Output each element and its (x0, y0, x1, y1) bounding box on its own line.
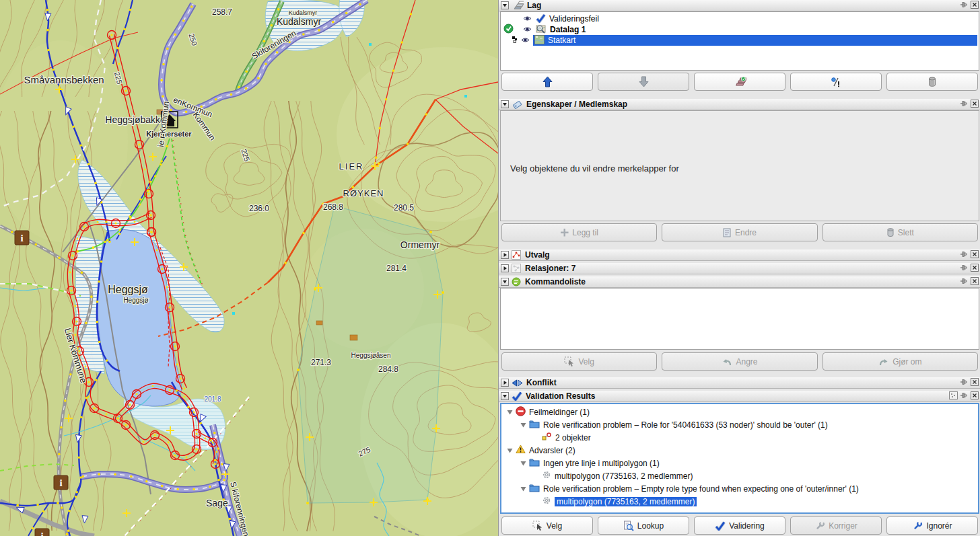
properties-panel-title: Egenskaper / Medlemskap (526, 100, 627, 109)
info-icon-1[interactable]: i (15, 231, 29, 245)
building-small-2 (350, 335, 357, 340)
map-canvas[interactable]: i i i Småvannsbekken Heggsjøbakk Kjenner… (0, 0, 498, 536)
info-icon-3[interactable]: i (35, 529, 49, 536)
expand-button[interactable] (501, 379, 509, 387)
label-elev-258: 258.7 (212, 7, 232, 17)
label-kudalsmyr-small: Kudalsmyr (289, 9, 318, 16)
close-icon[interactable] (971, 390, 979, 402)
label-elev-201: 201.8 (204, 395, 221, 403)
close-icon[interactable] (971, 262, 979, 274)
ignore-button[interactable]: Ignorér (886, 516, 978, 535)
fix-button[interactable]: Korriger (790, 516, 882, 535)
label-elev-281: 281.4 (386, 264, 407, 273)
collapse-button[interactable] (501, 392, 509, 400)
expand-button[interactable] (501, 251, 509, 259)
layers-icon (512, 1, 524, 10)
close-icon[interactable] (971, 377, 979, 389)
layer-row-statkart[interactable]: Statkart (501, 35, 979, 46)
validation-error-item[interactable]: 2 objekter (501, 431, 978, 444)
label-sage: Sage (206, 498, 228, 508)
close-icon[interactable] (971, 249, 979, 261)
delete-tag-button[interactable]: Slett (823, 223, 978, 241)
collapse-button[interactable] (501, 1, 509, 9)
relations-icon (512, 264, 522, 273)
pin-icon[interactable] (960, 249, 969, 261)
pin-icon[interactable] (960, 98, 969, 110)
properties-empty-area: Velg objektene du vil endre merkelapper … (500, 110, 979, 221)
label-elev-271: 271.3 (311, 358, 331, 367)
folder-icon (529, 420, 540, 430)
conflict-panel-header: Konflikt (499, 377, 980, 389)
delete-layer-button[interactable] (886, 73, 978, 91)
validation-warning-item-1[interactable]: multipolygon (7735163, 2 medlemmer) (501, 469, 978, 482)
validate-button[interactable]: Validering (694, 516, 785, 535)
error-icon (516, 406, 526, 418)
layer-row-datalag[interactable]: Datalag 1 (501, 24, 979, 35)
merge-layer-button[interactable] (694, 73, 785, 91)
label-elev-280: 280.5 (394, 203, 414, 213)
layers-list: Valideringsfeil Datalag 1 Statkart (500, 11, 979, 71)
validation-error-group[interactable]: Role verification problem – Role for '54… (501, 418, 978, 431)
close-icon[interactable] (971, 0, 979, 11)
svg-text:i: i (20, 233, 23, 243)
tag-icon (512, 100, 523, 110)
conflict-panel-title: Konflikt (526, 378, 557, 387)
eye-icon[interactable] (523, 14, 532, 24)
edit-tag-button[interactable]: Endre (662, 223, 817, 241)
label-smavannsbekken: Småvannsbekken (24, 74, 104, 85)
folder-icon (529, 458, 540, 469)
validation-tree[interactable]: Feilmeldinger (1) Role verification prob… (500, 403, 979, 514)
filter-icon[interactable] (949, 390, 958, 402)
info-icon-2[interactable]: i (54, 475, 68, 490)
relations-panel-header: Relasjoner: 7 (499, 263, 980, 274)
command-list[interactable] (500, 288, 979, 350)
move-layer-down-button[interactable] (598, 73, 689, 91)
validation-warning-item-2[interactable]: multipolygon (7735163, 2 medlemmer) (501, 495, 978, 508)
close-icon[interactable] (971, 98, 979, 110)
validation-warning-group-1[interactable]: Ingen ytre linje i multipolygon (1) (501, 457, 978, 469)
commands-toolbar: Velg Angre Gjør om (499, 352, 980, 371)
label-royken: RØYKEN (343, 188, 384, 198)
opacity-button[interactable] (790, 73, 882, 91)
wms-layer-icon (534, 35, 545, 46)
relation-objects-icon (542, 432, 552, 443)
add-tag-button[interactable]: Legg til (501, 223, 657, 241)
pin-icon[interactable] (960, 0, 969, 11)
gear-icon (542, 496, 551, 507)
spring-symbol-2 (464, 95, 467, 98)
collapse-button[interactable] (501, 278, 509, 286)
label-ormemyr: Ormemyr (400, 239, 440, 250)
validation-toolbar: Velg Lookup Validering Korriger Ignorér (499, 516, 980, 535)
select-command-button[interactable]: Velg (501, 352, 657, 371)
selection-icon (512, 250, 522, 260)
eye-icon[interactable] (523, 25, 532, 34)
selection-panel-header: Utvalg (499, 250, 980, 261)
pin-icon[interactable] (960, 390, 969, 402)
validation-group-warnings[interactable]: Advarsler (2) (501, 444, 978, 457)
lookup-button[interactable]: Lookup (598, 516, 689, 535)
label-heggsjobakken: Heggsjøbakk (105, 114, 161, 125)
layers-toolbar (499, 73, 980, 91)
validation-warning-group-2[interactable]: Role verification problem – Empty role t… (501, 482, 978, 495)
close-icon[interactable] (971, 276, 979, 288)
label-heggsjo-small: Heggsjø (123, 297, 148, 304)
validation-panel-title: Validation Results (526, 391, 595, 401)
command-list-icon (512, 277, 522, 286)
select-button[interactable]: Velg (501, 516, 593, 535)
redo-button[interactable]: Gjør om (823, 352, 978, 371)
collapse-button[interactable] (501, 100, 509, 108)
pin-icon[interactable] (960, 276, 969, 288)
validation-group-errors[interactable]: Feilmeldinger (1) (501, 406, 978, 418)
properties-toolbar: Legg til Endre Slett (499, 223, 980, 241)
layer-row-valideringsfeil[interactable]: Valideringsfeil (501, 13, 979, 24)
pin-icon[interactable] (960, 377, 969, 389)
undo-button[interactable]: Angre (662, 352, 817, 371)
move-layer-up-button[interactable] (501, 73, 593, 91)
gear-icon (542, 470, 551, 482)
pin-icon[interactable] (960, 262, 969, 274)
eye-icon[interactable] (521, 36, 530, 45)
side-panel-column: Lag Valideringsfeil Datalag 1 (498, 0, 980, 536)
label-elev-284: 284.8 (378, 365, 398, 374)
expand-button[interactable] (501, 264, 509, 272)
data-layer-icon (536, 24, 547, 36)
